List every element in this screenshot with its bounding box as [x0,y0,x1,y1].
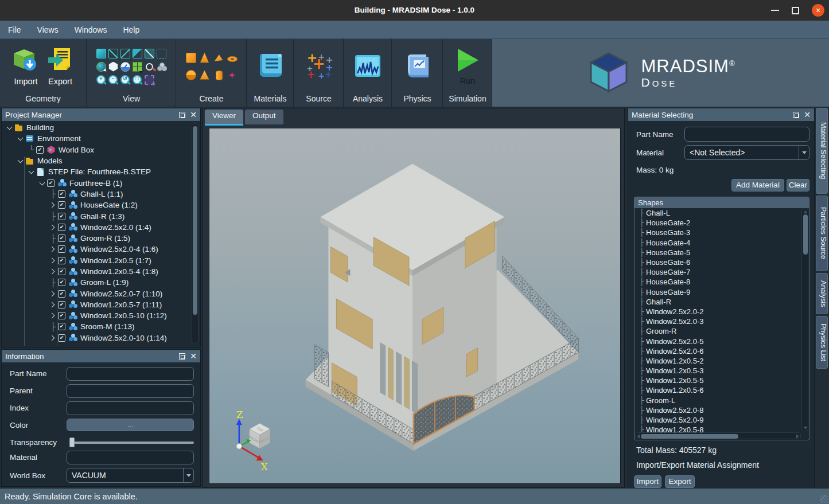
tab-viewer[interactable]: Viewer [205,110,243,124]
dock-tab-physics-list[interactable]: Physics List [816,316,828,369]
chevron-right-icon[interactable] [49,201,57,209]
grid-view-icon[interactable] [133,62,142,72]
zoom-reset-icon[interactable] [120,75,130,85]
checkbox[interactable]: ✔ [58,268,65,275]
chevron-right-icon[interactable] [49,267,57,276]
chevron-right-icon[interactable] [49,256,57,265]
tree-item[interactable]: ✔Window1.2x0.5-4 (1:8) [3,266,191,277]
tree-item[interactable]: ✔Window2.5x2.0 (1:4) [3,222,191,233]
shapes-vscrollbar[interactable] [801,209,808,431]
checkbox[interactable]: ✔ [58,257,65,264]
create-cylinder-icon[interactable] [216,71,223,80]
menu-file[interactable]: File [8,25,21,34]
shape-item[interactable]: ├Ghall-R [635,297,809,307]
parent-field[interactable] [67,384,194,398]
tree-item[interactable]: ├✔Ghall-R (1:3) [3,210,191,221]
checkbox[interactable]: ✔ [58,224,65,231]
checkbox[interactable]: ✔ [58,279,65,286]
shapes-hscrollbar[interactable] [635,432,801,439]
shaded-wire-cube-icon[interactable] [133,49,142,58]
zoom-fit-icon[interactable] [133,75,142,85]
tree-item[interactable]: ├✔Groom-L (1:9) [3,277,191,288]
chevron-down-icon[interactable] [38,179,46,187]
shape-item[interactable]: ├Groom-R [635,326,809,336]
shape-item[interactable]: ├Window2.5x2.0-5 [635,336,809,346]
tree-item[interactable]: ✔Window1.2x0.5 (1:7) [3,255,191,266]
dock-tab-material-selecting[interactable]: Material Selecting [816,108,828,194]
project-tree-scrollbar[interactable] [192,123,199,344]
shape-item[interactable]: ├HouseGate-2 [635,218,809,228]
create-point-icon[interactable] [229,72,236,79]
create-pyramid-icon[interactable] [213,53,224,63]
index-field[interactable] [67,401,194,415]
shape-item[interactable]: ├Window2.5x2.0-9 [635,415,809,425]
checkbox[interactable]: ✔ [58,201,65,209]
part-name-field[interactable] [67,367,194,381]
shape-item[interactable]: ├HouseGate-9 [635,287,809,297]
add-material-button[interactable]: Add Material [731,179,784,192]
tree-item[interactable]: ✔Window1.2x0.5-7 (1:11) [3,299,191,310]
shape-item[interactable]: ├HouseGate-7 [635,267,809,277]
export-geometry-button[interactable]: Export [47,47,73,86]
gauge-view-icon[interactable] [120,62,130,72]
wireframe-cube-icon[interactable] [108,49,118,58]
checkbox[interactable]: ✔ [58,323,65,330]
rubber-band-select-icon[interactable] [145,75,154,85]
float-panel-icon[interactable] [793,112,799,118]
shape-item[interactable]: ├HouseGate-3 [635,228,809,237]
shape-item[interactable]: ├HouseGate-6 [635,257,809,267]
chevron-right-icon[interactable] [49,311,57,320]
minimize-button[interactable] [771,10,779,11]
dock-tab-particles-source[interactable]: Particles Source [816,196,828,271]
shape-item[interactable]: ├Window2.5x2.0-2 [635,307,809,317]
tree-item[interactable]: ├✔Ghall-L (1:1) [3,189,191,200]
import-material-button[interactable]: Import [634,475,661,488]
transparency-slider[interactable] [69,442,194,444]
tree-item[interactable]: Environment [3,133,191,144]
shape-item[interactable]: ├HouseGate-4 [635,238,809,248]
shape-item[interactable]: ├Window2.5x2.0-6 [635,346,809,356]
shape-item[interactable]: ├Window2.5x2.0-8 [635,405,809,415]
physics-button[interactable] [403,52,432,81]
chevron-down-icon[interactable] [5,123,14,132]
hexagon-view-icon[interactable] [108,62,118,72]
zoom-out-icon[interactable] [108,75,118,85]
checkbox[interactable]: ✔ [58,235,65,242]
chevron-down-icon[interactable] [16,157,25,165]
tab-output[interactable]: Output [245,110,283,124]
tree-item[interactable]: ✔Fourthree-B (1) [3,177,191,188]
chevron-down-icon[interactable] [183,468,193,482]
chevron-down-icon[interactable] [16,134,25,143]
create-sphere-icon[interactable] [186,70,196,80]
tree-item[interactable]: ├✔Groom-R (1:5) [3,233,191,244]
tree-item[interactable]: Building [3,122,191,133]
chevron-right-icon[interactable] [49,290,57,298]
ms-part-name-field[interactable] [684,127,809,142]
checkbox[interactable]: ✔ [58,312,65,319]
material-field[interactable] [67,451,194,464]
close-panel-icon[interactable]: ✕ [804,111,811,119]
menu-views[interactable]: Views [37,25,59,34]
checkbox[interactable]: ✔ [36,146,44,154]
shape-item[interactable]: ├Window1.2x0.5-2 [635,356,809,366]
chevron-right-icon[interactable] [49,223,57,232]
tree-item[interactable]: └✔World Box [3,144,191,155]
tree-item[interactable]: ✔Window2.5x2.0-7 (1:10) [3,288,191,299]
tree-item[interactable]: ✔Window2.5x2.0-10 (1:14) [3,333,191,343]
run-simulation-button[interactable]: Run [454,48,481,85]
create-box-icon[interactable] [186,53,196,63]
tree-item[interactable]: ├✔Sroom-M (1:13) [3,321,191,332]
checkbox[interactable]: ✔ [47,179,55,187]
menu-help[interactable]: Help [123,25,139,34]
chevron-right-icon[interactable] [49,300,57,309]
checkbox[interactable]: ✔ [58,190,65,198]
shape-item[interactable]: ├Groom-L [635,396,809,405]
transparent-cube-icon[interactable] [145,49,154,58]
dock-tab-analysis[interactable]: Analysis [816,273,828,314]
shape-item[interactable]: ├Ghall-L [635,208,809,218]
maximize-button[interactable] [792,7,799,14]
create-cone-icon[interactable] [200,53,210,63]
chevron-right-icon[interactable] [49,334,57,342]
close-button[interactable]: × [812,4,824,17]
clear-button[interactable]: Clear [787,179,809,192]
